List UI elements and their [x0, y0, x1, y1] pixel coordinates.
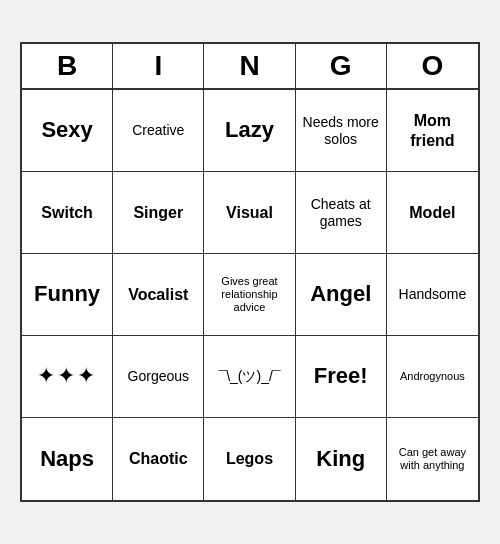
bingo-cell: Naps: [22, 418, 113, 500]
bingo-cell: Handsome: [387, 254, 478, 336]
bingo-cell: Chaotic: [113, 418, 204, 500]
bingo-cell: Androgynous: [387, 336, 478, 418]
bingo-cell: Singer: [113, 172, 204, 254]
header-letter: N: [204, 44, 295, 88]
bingo-cell: Visual: [204, 172, 295, 254]
bingo-cell: Gorgeous: [113, 336, 204, 418]
bingo-grid: SexyCreativeLazyNeeds more solosMom frie…: [22, 90, 478, 500]
header-letter: B: [22, 44, 113, 88]
bingo-cell: ✦✦✦: [22, 336, 113, 418]
bingo-cell: Mom friend: [387, 90, 478, 172]
bingo-cell: Can get away with anything: [387, 418, 478, 500]
bingo-card: BINGO SexyCreativeLazyNeeds more solosMo…: [20, 42, 480, 502]
bingo-cell: Creative: [113, 90, 204, 172]
bingo-cell: Needs more solos: [296, 90, 387, 172]
bingo-cell: ¯\_(ツ)_/¯: [204, 336, 295, 418]
bingo-cell: Sexy: [22, 90, 113, 172]
header-letter: I: [113, 44, 204, 88]
bingo-cell: Lazy: [204, 90, 295, 172]
bingo-cell: Switch: [22, 172, 113, 254]
header-letter: O: [387, 44, 478, 88]
bingo-header: BINGO: [22, 44, 478, 90]
bingo-cell: Free!: [296, 336, 387, 418]
bingo-cell: Gives great relationship advice: [204, 254, 295, 336]
header-letter: G: [296, 44, 387, 88]
bingo-cell: Angel: [296, 254, 387, 336]
bingo-cell: Vocalist: [113, 254, 204, 336]
bingo-cell: Funny: [22, 254, 113, 336]
bingo-cell: Model: [387, 172, 478, 254]
bingo-cell: Legos: [204, 418, 295, 500]
bingo-cell: King: [296, 418, 387, 500]
bingo-cell: Cheats at games: [296, 172, 387, 254]
